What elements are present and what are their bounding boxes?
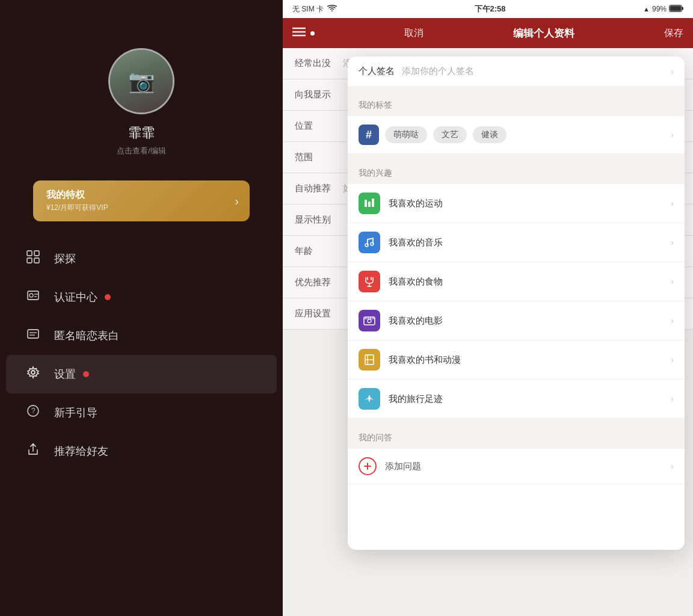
tags-section-header: 我的标签 (348, 94, 685, 116)
svg-point-23 (365, 244, 368, 247)
svg-rect-3 (34, 258, 39, 263)
explore-icon (24, 250, 42, 267)
add-question-arrow-icon: › (671, 461, 674, 471)
travel-arrow-icon: › (671, 394, 674, 404)
svg-point-30 (368, 319, 371, 323)
nav-item-crush[interactable]: 匿名暗恋表白 (0, 316, 283, 355)
signature-section: 个人签名 添加你的个人签名 › (348, 57, 685, 86)
status-bar: 无 SIM 卡 下午2:58 ▲ 99% (283, 0, 693, 18)
username-sub: 点击查看/编辑 (117, 146, 166, 156)
tags-row[interactable]: # 萌萌哒 文艺 健谈 › (348, 116, 685, 154)
movie-label: 我喜欢的电影 (389, 315, 671, 327)
interest-row-book[interactable]: 我喜欢的书和动漫 › (348, 340, 685, 380)
interest-row-food[interactable]: 我喜欢的食物 › (348, 262, 685, 301)
spacer-1 (348, 86, 685, 94)
interest-row-movie[interactable]: 我喜欢的电影 › (348, 301, 685, 340)
food-icon (359, 271, 380, 292)
tag-1: 萌萌哒 (385, 126, 427, 143)
svg-rect-15 (682, 7, 683, 10)
signature-label: 个人签名 (359, 66, 402, 77)
hamburger-icon (292, 27, 306, 40)
svg-rect-22 (372, 199, 374, 207)
nav-title: 编辑个人资料 (513, 26, 574, 40)
settings-dot (83, 371, 89, 377)
add-question-row[interactable]: 添加问题 › (348, 449, 685, 484)
sports-label: 我喜欢的运动 (389, 198, 671, 209)
travel-label: 我的旅行足迹 (389, 393, 671, 405)
nav-list: 探探 认证中心 (0, 239, 283, 470)
modal-sheet: 个人签名 添加你的个人签名 › 我的标签 # 萌萌哒 文艺 (348, 57, 685, 550)
signature-row[interactable]: 个人签名 添加你的个人签名 › (348, 57, 685, 86)
status-left: 无 SIM 卡 (292, 4, 337, 14)
vip-text: 我的特权 ¥12/月即可获得VIP (46, 189, 108, 213)
interest-row-travel[interactable]: 我的旅行足迹 › (348, 380, 685, 419)
verify-icon (24, 289, 42, 306)
avatar[interactable] (108, 48, 174, 114)
cancel-button[interactable]: 取消 (404, 27, 424, 40)
vip-arrow-icon: › (235, 194, 239, 208)
avatar-image (110, 50, 173, 112)
tag-2: 文艺 (433, 126, 467, 143)
book-arrow-icon: › (671, 355, 674, 365)
guide-icon: ? (24, 404, 42, 421)
save-button[interactable]: 保存 (664, 27, 683, 40)
signature-arrow-icon: › (671, 67, 674, 76)
bg-content: 经常出没 添加你常去的地点 › 向我显示 位置 范围 自动推荐 如果用... 显… (283, 48, 693, 616)
nav-item-settings[interactable]: 设置 (6, 355, 277, 393)
hash-icon: # (359, 125, 379, 145)
signature-placeholder: 添加你的个人签名 (402, 66, 671, 77)
interests-section-header: 我的兴趣 (348, 162, 685, 184)
nav-item-share[interactable]: 推荐给好友 (0, 432, 283, 470)
svg-point-24 (371, 242, 374, 245)
qa-section-title: 我的问答 (359, 433, 392, 443)
nav-label-verify: 认证中心 (54, 290, 97, 304)
svg-point-11 (31, 371, 35, 374)
movie-icon (359, 310, 380, 331)
left-content: 霏霏 点击查看/编辑 我的特权 ¥12/月即可获得VIP › 探探 (0, 0, 283, 470)
time-label: 下午2:58 (475, 4, 506, 14)
nav-item-guide[interactable]: ? 新手引导 (0, 393, 283, 432)
nav-label-crush: 匿名暗恋表白 (54, 328, 119, 343)
right-panel: 无 SIM 卡 下午2:58 ▲ 99% (283, 0, 693, 616)
svg-rect-2 (27, 258, 32, 263)
vip-sub: ¥12/月即可获得VIP (46, 203, 108, 213)
bottom-pad (348, 484, 685, 502)
nav-label-settings: 设置 (54, 367, 76, 381)
svg-rect-8 (28, 330, 38, 338)
book-icon (359, 349, 380, 371)
left-panel: 霏霏 点击查看/编辑 我的特权 ¥12/月即可获得VIP › 探探 (0, 0, 283, 616)
vip-banner[interactable]: 我的特权 ¥12/月即可获得VIP › (33, 180, 250, 221)
modal-body: 个人签名 添加你的个人签名 › 我的标签 # 萌萌哒 文艺 (348, 57, 685, 550)
nav-label-explore: 探探 (54, 251, 76, 266)
movie-arrow-icon: › (671, 316, 674, 325)
tags-arrow-icon: › (671, 130, 674, 140)
nav-header-left (292, 27, 315, 40)
share-icon (24, 443, 42, 460)
travel-icon (359, 388, 380, 410)
qa-section-header: 我的问答 (348, 427, 685, 449)
svg-point-5 (29, 294, 33, 297)
music-arrow-icon: › (671, 238, 674, 247)
spacer-3 (348, 419, 685, 427)
food-arrow-icon: › (671, 277, 674, 286)
verify-dot (105, 294, 111, 300)
music-icon (359, 232, 380, 253)
svg-text:?: ? (31, 407, 35, 415)
interest-row-sports[interactable]: 我喜欢的运动 › (348, 184, 685, 223)
location-icon: ▲ (643, 5, 650, 13)
settings-icon (24, 366, 42, 383)
battery-label: 99% (652, 5, 667, 13)
interests-section-title: 我的兴趣 (359, 168, 392, 179)
svg-rect-1 (34, 251, 39, 256)
interest-row-music[interactable]: 我喜欢的音乐 › (348, 223, 685, 262)
username: 霏霏 (128, 124, 155, 142)
nav-label-share: 推荐给好友 (54, 444, 108, 458)
nav-header: 取消 编辑个人资料 保存 (283, 18, 693, 48)
svg-rect-20 (365, 200, 367, 207)
nav-item-verify[interactable]: 认证中心 (0, 278, 283, 316)
tags-section-title: 我的标签 (359, 100, 392, 111)
dot-indicator (310, 31, 315, 35)
nav-item-explore[interactable]: 探探 (0, 239, 283, 278)
book-label: 我喜欢的书和动漫 (389, 354, 671, 366)
food-label: 我喜欢的食物 (389, 276, 671, 288)
